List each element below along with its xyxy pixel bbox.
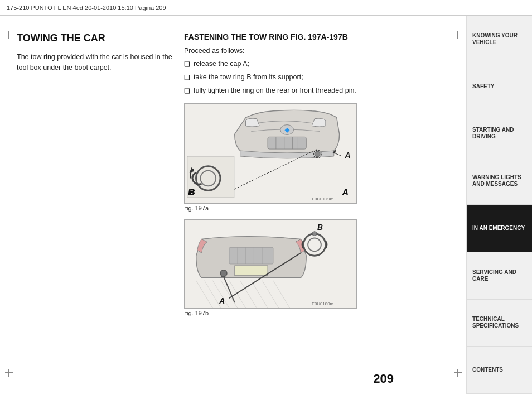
- sidebar-item-safety[interactable]: SAFETY: [467, 63, 532, 110]
- instruction-text-3: fully tighten the ring on the rear or fr…: [194, 86, 356, 96]
- fig-197a-label: fig. 197a: [184, 205, 394, 212]
- right-section-subtitle: Proceed as follows:: [184, 47, 394, 55]
- svg-text:F0U0180m: F0U0180m: [312, 301, 333, 306]
- sidebar-item-starting-and-driving[interactable]: STARTING AND DRIVING: [467, 110, 532, 158]
- sidebar-label-emergency: IN AN EMERGENCY: [472, 225, 525, 232]
- sidebar-item-knowing-your-vehicle[interactable]: KNOWING YOUR VEHICLE: [467, 16, 532, 63]
- svg-text:A: A: [219, 296, 225, 305]
- content-area: TOWING THE CAR The tow ring provided wit…: [0, 16, 466, 394]
- header-bar: 175-210 PUNTO FL EN 4ed 20-01-2010 15:10…: [0, 0, 532, 16]
- fig-197b-container: B A: [184, 219, 394, 316]
- sidebar-label-contents: CONTENTS: [472, 367, 503, 373]
- fig-197a-container: 🔷: [184, 103, 394, 212]
- instruction-item-3: ❑ fully tighten the ring on the rear or …: [184, 86, 394, 96]
- svg-rect-1: [268, 137, 306, 150]
- sidebar-item-servicing[interactable]: SERVICING AND CARE: [467, 252, 532, 300]
- instruction-item-2: ❑ take the tow ring B from its support;: [184, 73, 394, 83]
- sidebar-label-starting: STARTING AND DRIVING: [472, 127, 526, 140]
- instruction-item-1: ❑ release the cap A;: [184, 59, 394, 69]
- sidebar-label-technical: TECHNICAL SPECIFICATIONS: [472, 316, 526, 329]
- sidebar-label-warning: WARNING LIGHTS AND MESSAGES: [472, 174, 526, 188]
- sidebar-label-safety: SAFETY: [472, 83, 494, 90]
- page-container: TOWING THE CAR The tow ring provided wit…: [0, 16, 532, 394]
- section-title: TOWING THE CAR: [17, 32, 173, 44]
- svg-point-30: [312, 232, 317, 236]
- svg-text:B: B: [317, 223, 323, 232]
- sidebar-item-warning-lights[interactable]: WARNING LIGHTS AND MESSAGES: [467, 157, 532, 205]
- fig-197a-letter-a: A: [342, 188, 349, 198]
- section-body: The tow ring provided with the car is ho…: [17, 52, 173, 73]
- fig-197a-letter-b: B: [188, 188, 195, 198]
- sidebar-item-technical[interactable]: TECHNICAL SPECIFICATIONS: [467, 300, 532, 347]
- checkbox-icon-2: ❑: [184, 73, 190, 83]
- header-text: 175-210 PUNTO FL EN 4ed 20-01-2010 15:10…: [7, 4, 166, 11]
- svg-text:🔷: 🔷: [284, 128, 290, 133]
- sidebar: KNOWING YOUR VEHICLE SAFETY STARTING AND…: [466, 16, 532, 394]
- fig-197b-label: fig. 197b: [184, 310, 394, 316]
- page-number: 209: [373, 372, 394, 386]
- svg-text:A: A: [345, 151, 351, 160]
- svg-point-8: [315, 151, 320, 157]
- left-column: TOWING THE CAR The tow ring provided wit…: [17, 32, 173, 73]
- svg-rect-24: [235, 266, 268, 276]
- right-column: FASTENING THE TOW RING fig. 197a-197b Pr…: [184, 32, 394, 316]
- sidebar-item-emergency[interactable]: IN AN EMERGENCY: [467, 205, 532, 252]
- checkbox-icon-3: ❑: [184, 87, 190, 96]
- svg-text:F0U0179m: F0U0179m: [312, 196, 334, 201]
- instruction-text-1: release the cap A;: [194, 59, 249, 69]
- svg-rect-19: [229, 248, 273, 265]
- sidebar-item-contents[interactable]: CONTENTS: [467, 347, 532, 394]
- sidebar-label-servicing: SERVICING AND CARE: [472, 269, 526, 282]
- fig-197b-svg: B A: [185, 220, 356, 308]
- instruction-text-2: take the tow ring B from its support;: [194, 73, 303, 83]
- fig-197a-svg: 🔷: [185, 104, 356, 203]
- checkbox-icon-1: ❑: [184, 60, 190, 69]
- svg-point-25: [220, 270, 227, 277]
- fig-197a-box: 🔷: [184, 103, 357, 204]
- fig-197b-box: B A: [184, 219, 357, 309]
- sidebar-label-knowing: KNOWING YOUR VEHICLE: [472, 32, 526, 46]
- right-section-title: FASTENING THE TOW RING fig. 197a-197b: [184, 32, 394, 41]
